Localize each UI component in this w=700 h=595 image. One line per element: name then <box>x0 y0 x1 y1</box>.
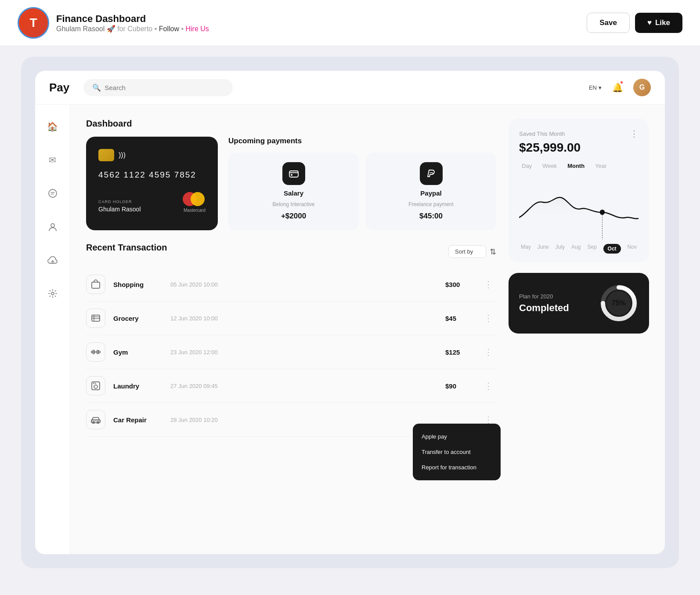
sort-icon[interactable]: ⇅ <box>490 247 496 257</box>
search-input[interactable] <box>105 84 224 91</box>
tab-month[interactable]: Month <box>565 162 587 170</box>
table-row: Shopping 05 Jun 2020 10:00 $300 ⋮ <box>86 268 496 301</box>
card-bottom: CARD HOLDER Ghulam Rasool Masterca <box>98 192 206 213</box>
transactions-title: Recent Transaction <box>86 243 167 253</box>
context-menu: Apple pay Transfer to account Report for… <box>413 424 501 480</box>
dashboard-title: Dashboard <box>86 119 496 129</box>
sort-select[interactable]: Sort by <box>448 245 486 258</box>
card-holder-label: CARD HOLDER <box>98 200 141 204</box>
card-top-icons: ))) <box>98 149 206 161</box>
follow-link[interactable]: Follow <box>159 25 179 33</box>
card-holder-name: Ghulam Rasool <box>98 206 141 213</box>
top-bar-left: T Finance Dashboard Ghulam Rasool 🚀 for … <box>18 7 209 39</box>
payment-cards: Salary Belong Interactive +$2000 <box>228 152 496 230</box>
tab-day[interactable]: Day <box>519 162 534 170</box>
table-row: Gym 23 Jun 2020 12:00 $125 ⋮ <box>86 335 496 369</box>
month-nov: Nov <box>628 244 637 254</box>
card-number: 4562 1122 4595 7852 <box>98 170 206 180</box>
transaction-name-gym: Gym <box>113 348 170 356</box>
month-july: July <box>556 244 565 254</box>
transaction-more-gym[interactable]: ⋮ <box>480 347 496 357</box>
car-repair-icon <box>86 410 105 429</box>
savings-header: Saved This Month ⋮ <box>519 129 639 138</box>
savings-card: Saved This Month ⋮ $25,999.00 Day Week M… <box>509 119 649 262</box>
for-text: for <box>117 25 126 33</box>
sidebar-item-mail[interactable]: ✉ <box>43 150 62 170</box>
app-body: 🏠 ✉ <box>35 105 665 554</box>
donut-chart: 75% <box>599 283 639 323</box>
notification-dot <box>620 80 624 84</box>
context-menu-item-transfer[interactable]: Transfer to account <box>413 444 501 460</box>
sidebar: 🏠 ✉ <box>35 105 70 554</box>
dashboard-section: Dashboard ))) 4562 1122 4595 7852 <box>86 119 496 230</box>
sidebar-item-home[interactable]: 🏠 <box>43 117 62 136</box>
app-header: Pay 🔍 EN ▾ 🔔 G <box>35 71 665 105</box>
sidebar-item-user[interactable] <box>43 217 62 236</box>
dot1: • <box>155 25 159 33</box>
right-panel: Saved This Month ⋮ $25,999.00 Day Week M… <box>509 119 649 540</box>
sidebar-item-chat[interactable] <box>43 184 62 203</box>
svg-rect-9 <box>92 315 100 321</box>
savings-label: Saved This Month <box>519 131 565 137</box>
outer-container: Pay 🔍 EN ▾ 🔔 G 🏠 <box>21 57 679 568</box>
paypal-sub: Freelance payment <box>408 201 454 207</box>
svg-point-5 <box>51 292 54 295</box>
svg-point-26 <box>600 210 605 215</box>
table-row: Laundry 27 Jun 2020 09:45 $90 ⋮ <box>86 369 496 403</box>
author-avatar: T <box>18 7 49 39</box>
month-oct[interactable]: Oct <box>603 244 621 254</box>
chevron-down-icon: ▾ <box>599 84 602 91</box>
company-name: Cuberto <box>127 25 152 33</box>
plan-info: Plan for 2020 Completed <box>519 293 569 314</box>
svg-rect-8 <box>92 282 100 288</box>
user-avatar[interactable]: G <box>633 79 651 96</box>
hire-link[interactable]: Hire Us <box>185 25 209 33</box>
transaction-more-grocery[interactable]: ⋮ <box>480 313 496 323</box>
transaction-name-shopping: Shopping <box>113 281 170 288</box>
transactions-header: Recent Transaction Sort by ⇅ <box>86 243 496 261</box>
transaction-amount-grocery: $45 <box>445 315 480 322</box>
heart-icon: ♥ <box>647 18 652 27</box>
transactions-section: Recent Transaction Sort by ⇅ <box>86 243 496 437</box>
context-menu-item-apple-pay[interactable]: Apple pay <box>413 429 501 444</box>
transaction-more-shopping[interactable]: ⋮ <box>480 279 496 290</box>
payment-card-salary[interactable]: Salary Belong Interactive +$2000 <box>228 152 359 230</box>
transaction-more-laundry[interactable]: ⋮ <box>480 381 496 391</box>
language-selector[interactable]: EN ▾ <box>589 84 602 91</box>
svg-point-19 <box>94 385 97 388</box>
transaction-amount-laundry: $90 <box>445 382 480 390</box>
header-right: EN ▾ 🔔 G <box>589 79 651 96</box>
mc-yellow-circle <box>191 192 205 206</box>
month-june: June <box>538 244 549 254</box>
like-button[interactable]: ♥ Like <box>635 13 682 33</box>
tab-year[interactable]: Year <box>592 162 609 170</box>
upcoming-payments: Upcoming payments <box>228 137 496 230</box>
sidebar-item-settings[interactable] <box>43 284 62 303</box>
payment-card-paypal[interactable]: Paypal Freelance payment $45:00 <box>366 152 496 230</box>
notification-button[interactable]: 🔔 <box>610 80 625 95</box>
tab-week[interactable]: Week <box>540 162 559 170</box>
card-chip <box>98 149 114 161</box>
plan-label: Plan for 2020 <box>519 293 569 300</box>
search-bar[interactable]: 🔍 <box>83 79 233 96</box>
save-button[interactable]: Save <box>587 13 630 33</box>
sidebar-item-cloud[interactable] <box>43 250 62 270</box>
card-wifi-icon: ))) <box>119 151 126 159</box>
table-row: Grocery 12 Jun 2020 10:00 $45 ⋮ <box>86 301 496 335</box>
main-content: Dashboard ))) 4562 1122 4595 7852 <box>70 105 665 554</box>
like-label: Like <box>655 18 670 27</box>
svg-point-3 <box>51 224 54 227</box>
context-menu-item-report[interactable]: Report for transaction <box>413 460 501 475</box>
mastercard-label: Mastercard <box>183 208 206 213</box>
author-line: Ghulam Rasool 🚀 for Cuberto • Follow • H… <box>56 25 209 33</box>
table-row: Car Repair 28 Jun 2020 10:20 ⋮ Apple pay… <box>86 403 496 437</box>
donut-percent-label: 75% <box>612 299 626 307</box>
savings-amount: $25,999.00 <box>519 141 639 155</box>
transaction-amount-gym: $125 <box>445 348 480 356</box>
dot2: • <box>181 25 185 33</box>
savings-more-button[interactable]: ⋮ <box>630 129 639 138</box>
top-bar: T Finance Dashboard Ghulam Rasool 🚀 for … <box>0 0 700 46</box>
transaction-date-grocery: 12 Jun 2020 10:00 <box>170 315 445 322</box>
transaction-name-car-repair: Car Repair <box>113 416 170 424</box>
transaction-amount-shopping: $300 <box>445 281 480 288</box>
